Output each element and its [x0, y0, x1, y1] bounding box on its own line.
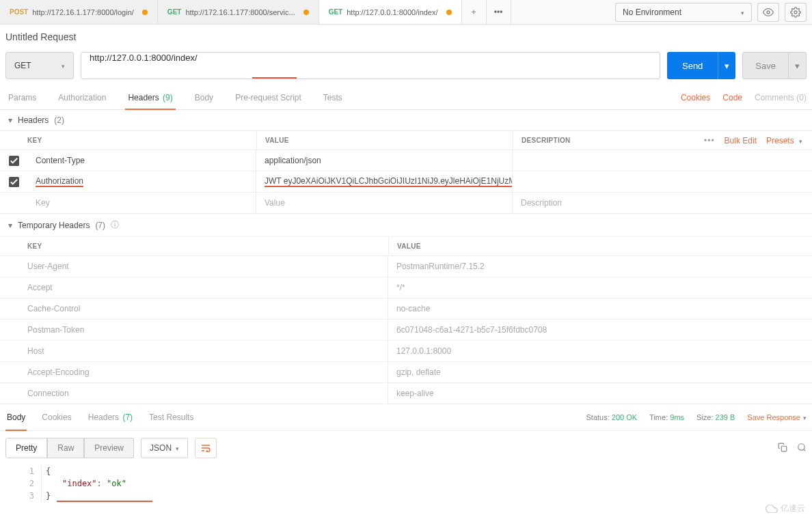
response-toolbar: Pretty Raw Preview JSON [0, 431, 812, 465]
temp-headers-section-header: ▾ Temporary Headers (7) ⓘ [0, 214, 812, 237]
mode-pretty[interactable]: Pretty [5, 438, 47, 458]
wrap-lines-button[interactable] [195, 438, 217, 458]
resp-tab-body[interactable]: Body [5, 404, 27, 430]
search-button[interactable] [797, 443, 807, 454]
temp-header-row: Connection keep-alive [0, 383, 812, 404]
tab-body[interactable]: Body [192, 86, 216, 109]
response-meta: Status: 200 OK Time: 9ms Size: 239 B Sav… [586, 413, 807, 421]
unsaved-indicator [142, 10, 148, 15]
save-dropdown[interactable]: ▾ [789, 52, 807, 79]
settings-button[interactable] [785, 3, 807, 22]
temp-value: keep-alive [388, 383, 812, 404]
tab-overflow-button[interactable]: ••• [487, 0, 511, 25]
chevron-down-icon [62, 61, 65, 70]
temp-key: Accept-Encoding [0, 362, 388, 382]
key-input[interactable]: Authorization [27, 171, 256, 192]
code-link[interactable]: Code [722, 93, 742, 102]
tab-headers[interactable]: Headers (9) [125, 86, 175, 109]
temp-value: gzip, deflate [388, 362, 812, 382]
chevron-down-icon [741, 8, 744, 17]
response-tabs: Body Cookies Headers (7) Test Results [5, 404, 195, 430]
resp-tab-headers[interactable]: Headers (7) [87, 404, 134, 430]
eye-icon [763, 7, 774, 18]
time-value: 9ms [670, 413, 684, 421]
resp-tab-testresults[interactable]: Test Results [148, 404, 195, 430]
response-body[interactable]: 1 2 3 { "index": "ok" } [0, 465, 812, 502]
svg-point-0 [767, 11, 770, 14]
key-input[interactable]: Key [27, 193, 256, 213]
temp-key: Accept [0, 277, 388, 298]
response-tools [778, 443, 807, 454]
temp-headers-table-head: KEY VALUE [0, 237, 812, 256]
environment-label: No Environment [623, 8, 681, 17]
temp-header-row: Host 127.0.0.1:8000 [0, 341, 812, 362]
tab-tests[interactable]: Tests [321, 86, 345, 109]
send-dropdown[interactable]: ▾ [718, 52, 735, 79]
annotation-underline [57, 501, 152, 502]
description-input[interactable] [513, 150, 812, 171]
kv-blank-row[interactable]: Key Value Description [0, 193, 812, 214]
column-description: DESCRIPTION [513, 131, 704, 150]
temp-key: Postman-Token [0, 320, 388, 340]
status-label: Status: [586, 413, 609, 421]
column-settings-button[interactable]: ••• [704, 136, 715, 145]
kv-row[interactable]: Content-Type application/json [0, 150, 812, 171]
chevron-down-icon [799, 136, 802, 145]
request-tab-2[interactable]: GET http://127.0.0.1:8000/index/ [319, 0, 462, 24]
new-tab-button[interactable]: ＋ [462, 0, 487, 25]
comments-link[interactable]: Comments (0) [755, 93, 807, 102]
view-modes: Pretty Raw Preview [5, 438, 134, 458]
temp-value: 6c071048-c6a1-4271-b5c7-15f6fdbc0708 [388, 320, 812, 340]
tab-authorization[interactable]: Authorization [55, 86, 109, 109]
value-input[interactable]: application/json [256, 150, 513, 171]
collapse-toggle[interactable]: ▾ [8, 115, 12, 125]
mode-preview[interactable]: Preview [84, 438, 134, 458]
environment-quicklook-button[interactable] [757, 3, 779, 22]
tab-count: (9) [163, 93, 173, 102]
description-input[interactable]: Description [513, 193, 812, 213]
save-response-link[interactable]: Save Response [747, 413, 807, 421]
tab-url: http://172.16.1.177:8000/login/ [32, 8, 134, 16]
request-title[interactable]: Untitled Request [0, 25, 812, 48]
wrap-icon [200, 444, 211, 452]
tab-params[interactable]: Params [5, 86, 39, 109]
temp-value: 127.0.0.1:8000 [388, 341, 812, 361]
temp-header-row: Postman-Token 6c071048-c6a1-4271-b5c7-15… [0, 320, 812, 341]
presets-link[interactable]: Presets [766, 136, 802, 145]
top-right-controls: No Environment [615, 3, 812, 22]
collapse-toggle[interactable]: ▾ [8, 221, 12, 230]
method-badge: POST [10, 8, 28, 16]
method-select[interactable]: GET [5, 52, 74, 79]
temp-header-rows: User-Agent PostmanRuntime/7.15.2 Accept … [0, 256, 812, 404]
column-value: VALUE [388, 237, 812, 255]
request-tab-1[interactable]: GET http://172.16.1.177:8000/servic... [158, 0, 319, 24]
watermark: 亿速云 [766, 503, 805, 514]
bulk-edit-link[interactable]: Bulk Edit [725, 136, 757, 145]
request-subtabs: Params Authorization Headers (9) Body Pr… [0, 86, 812, 110]
kv-row[interactable]: Authorization JWT eyJ0eXAiOiJKV1QiLCJhbG… [0, 171, 812, 193]
code-area[interactable]: { "index": "ok" } [41, 465, 812, 502]
copy-button[interactable] [778, 443, 787, 454]
key-input[interactable]: Content-Type [27, 150, 256, 171]
svg-rect-4 [781, 446, 787, 451]
environment-select[interactable]: No Environment [615, 3, 752, 22]
value-input[interactable]: Value [256, 193, 513, 213]
chevron-down-icon [803, 413, 807, 421]
cookies-link[interactable]: Cookies [681, 93, 710, 102]
tab-prerequest[interactable]: Pre-request Script [232, 86, 304, 109]
send-button[interactable]: Send [667, 52, 718, 79]
url-input[interactable]: http://127.0.0.1:8000/index/ [81, 52, 660, 79]
value-input[interactable]: JWT eyJ0eXAiOiJKV1QiLCJhbGciOiJIUzI1NiJ9… [256, 171, 513, 192]
resp-tab-cookies[interactable]: Cookies [40, 404, 72, 430]
row-checkbox[interactable] [0, 156, 27, 166]
description-input[interactable] [513, 171, 812, 192]
request-tab-0[interactable]: POST http://172.16.1.177:8000/login/ [0, 0, 158, 24]
request-tab-strip: POST http://172.16.1.177:8000/login/ GET… [0, 0, 511, 24]
mode-raw[interactable]: Raw [47, 438, 84, 458]
tab-url: http://127.0.0.1:8000/index/ [347, 8, 437, 16]
row-checkbox[interactable] [0, 177, 27, 187]
save-button[interactable]: Save [742, 52, 789, 79]
info-icon[interactable]: ⓘ [111, 219, 119, 231]
temp-header-row: Accept-Encoding gzip, deflate [0, 362, 812, 383]
format-select[interactable]: JSON [141, 438, 188, 458]
